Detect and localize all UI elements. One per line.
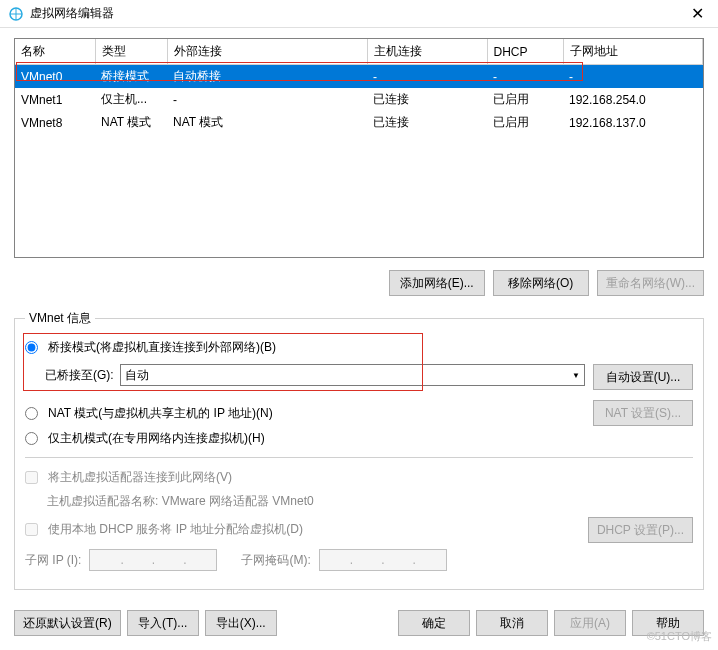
- nat-radio[interactable]: [25, 407, 38, 420]
- window-title: 虚拟网络编辑器: [30, 5, 685, 22]
- bridged-to-value: 自动: [125, 367, 149, 384]
- restore-defaults-button[interactable]: 还原默认设置(R): [14, 610, 121, 636]
- cell-type: 桥接模式: [95, 65, 167, 89]
- nat-radio-label: NAT 模式(与虚拟机共享主机的 IP 地址)(N): [48, 405, 273, 422]
- vmnet-info-legend: VMnet 信息: [25, 310, 95, 327]
- col-subnet[interactable]: 子网地址: [563, 39, 703, 65]
- cell-subnet: 192.168.137.0: [563, 111, 703, 134]
- table-row[interactable]: VMnet0 桥接模式 自动桥接 - - -: [15, 65, 703, 89]
- auto-settings-button[interactable]: 自动设置(U)...: [593, 364, 693, 390]
- app-icon: [8, 6, 24, 22]
- cell-dhcp: 已启用: [487, 111, 563, 134]
- cell-type: 仅主机...: [95, 88, 167, 111]
- dhcp-checkbox: [25, 523, 38, 536]
- subnet-ip-label: 子网 IP (I):: [25, 552, 81, 569]
- bridged-to-label: 已桥接至(G):: [45, 367, 114, 384]
- add-network-button[interactable]: 添加网络(E)...: [389, 270, 485, 296]
- subnet-ip-input: ...: [89, 549, 217, 571]
- dhcp-settings-button: DHCP 设置(P)...: [588, 517, 693, 543]
- titlebar: 虚拟网络编辑器 ✕: [0, 0, 718, 28]
- ok-button[interactable]: 确定: [398, 610, 470, 636]
- watermark: ©51CTO博客: [647, 629, 712, 644]
- export-button[interactable]: 导出(X)...: [205, 610, 277, 636]
- bridged-radio[interactable]: [25, 341, 38, 354]
- bridged-to-select[interactable]: 自动 ▼: [120, 364, 585, 386]
- host-adapter-name: 主机虚拟适配器名称: VMware 网络适配器 VMnet0: [25, 491, 693, 516]
- cell-ext: NAT 模式: [167, 111, 367, 134]
- cell-ext: -: [167, 88, 367, 111]
- cell-name: VMnet1: [15, 88, 95, 111]
- cell-host: -: [367, 65, 487, 89]
- cell-name: VMnet0: [15, 65, 95, 89]
- hostonly-radio-label: 仅主机模式(在专用网络内连接虚拟机)(H): [48, 430, 265, 447]
- col-type[interactable]: 类型: [95, 39, 167, 65]
- network-table: 名称 类型 外部连接 主机连接 DHCP 子网地址 VMnet0 桥接模式 自动…: [14, 38, 704, 258]
- host-adapter-checkbox: [25, 471, 38, 484]
- col-name[interactable]: 名称: [15, 39, 95, 65]
- cell-subnet: 192.168.254.0: [563, 88, 703, 111]
- cell-type: NAT 模式: [95, 111, 167, 134]
- nat-settings-button: NAT 设置(S)...: [593, 400, 693, 426]
- hostonly-radio[interactable]: [25, 432, 38, 445]
- subnet-mask-label: 子网掩码(M):: [241, 552, 310, 569]
- rename-network-button: 重命名网络(W)...: [597, 270, 704, 296]
- footer: 还原默认设置(R) 导入(T)... 导出(X)... 确定 取消 应用(A) …: [0, 600, 718, 646]
- table-row[interactable]: VMnet8 NAT 模式 NAT 模式 已连接 已启用 192.168.137…: [15, 111, 703, 134]
- host-adapter-label: 将主机虚拟适配器连接到此网络(V): [48, 469, 232, 486]
- cancel-button[interactable]: 取消: [476, 610, 548, 636]
- cell-name: VMnet8: [15, 111, 95, 134]
- table-row[interactable]: VMnet1 仅主机... - 已连接 已启用 192.168.254.0: [15, 88, 703, 111]
- cell-host: 已连接: [367, 88, 487, 111]
- import-button[interactable]: 导入(T)...: [127, 610, 199, 636]
- cell-ext: 自动桥接: [167, 65, 367, 89]
- subnet-mask-input: ...: [319, 549, 447, 571]
- remove-network-button[interactable]: 移除网络(O): [493, 270, 589, 296]
- close-button[interactable]: ✕: [685, 4, 710, 23]
- table-header-row: 名称 类型 外部连接 主机连接 DHCP 子网地址: [15, 39, 703, 65]
- col-dhcp[interactable]: DHCP: [487, 39, 563, 65]
- apply-button: 应用(A): [554, 610, 626, 636]
- chevron-down-icon: ▼: [572, 371, 580, 380]
- bridged-radio-label: 桥接模式(将虚拟机直接连接到外部网络)(B): [48, 339, 276, 356]
- cell-dhcp: 已启用: [487, 88, 563, 111]
- col-external[interactable]: 外部连接: [167, 39, 367, 65]
- dhcp-check-label: 使用本地 DHCP 服务将 IP 地址分配给虚拟机(D): [48, 521, 303, 538]
- cell-host: 已连接: [367, 111, 487, 134]
- col-host[interactable]: 主机连接: [367, 39, 487, 65]
- cell-subnet: -: [563, 65, 703, 89]
- cell-dhcp: -: [487, 65, 563, 89]
- vmnet-info-group: VMnet 信息 桥接模式(将虚拟机直接连接到外部网络)(B) 已桥接至(G):…: [14, 310, 704, 590]
